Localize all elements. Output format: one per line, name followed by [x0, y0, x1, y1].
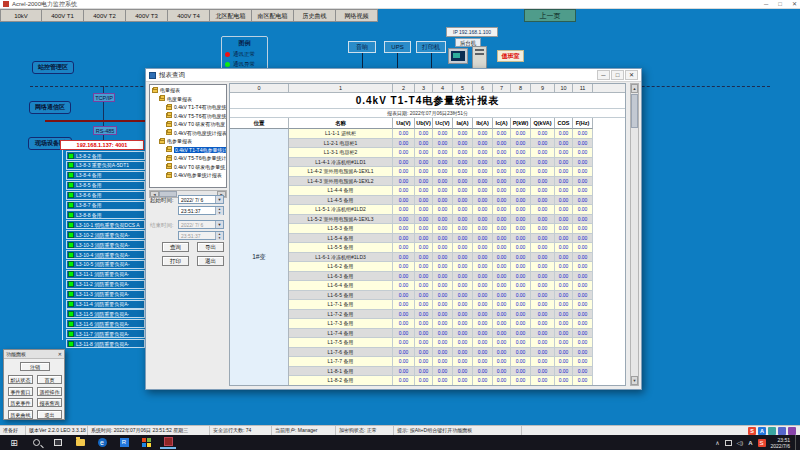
quit-button[interactable]: 退出 — [37, 410, 62, 419]
end-time-value: 23:51:37 — [179, 233, 215, 239]
feeder-row-15[interactable]: L3-11-3 消防重要负荷A- — [66, 290, 145, 299]
report-query-button[interactable]: 报表查询 — [37, 398, 62, 407]
feeder-row-2[interactable]: L3-8-3 重要负荷A-5DT1 — [66, 161, 145, 170]
spin-down-icon[interactable]: ▼ — [216, 211, 223, 215]
feeder-row-6[interactable]: L3-8-7 备用 — [66, 201, 145, 210]
event-window-button[interactable]: 事件窗口 — [8, 387, 33, 396]
window-close-button[interactable]: ✕ — [792, 0, 797, 9]
end-time-spinner[interactable]: 23:51:37 ▲▼ — [178, 231, 224, 240]
default-state-button[interactable]: 默认状态 — [8, 375, 33, 384]
scrollbar-thumb[interactable] — [631, 94, 638, 128]
row-value-cell: 0.00 — [473, 272, 493, 282]
start-icon[interactable]: ⊞ — [6, 436, 22, 449]
history-event-button[interactable]: 历史事件 — [8, 398, 33, 407]
feeder-row-13[interactable]: L3-11-1 消防重要负荷A- — [66, 270, 145, 279]
feeder-row-18[interactable]: L3-11-6 消防重要负荷A- — [66, 319, 145, 328]
tray-sogou-icon[interactable]: S — [758, 439, 766, 447]
row-value-cell: 0.00 — [511, 281, 531, 291]
dialog-close-button[interactable]: ✕ — [625, 70, 638, 80]
edge-icon[interactable]: e — [94, 436, 110, 449]
tree-leaf-1-2[interactable]: 0.4kV T5-T6有功电度统 — [150, 112, 226, 121]
scroll-up-icon[interactable]: ▲ — [631, 84, 638, 93]
row-name-cell: L1-8-2 备用 — [289, 376, 393, 386]
tree-leaf-1-4[interactable]: 0.4kV有功电度统计报表 — [150, 129, 226, 138]
feeder-row-17[interactable]: L3-11-5 消防重要负荷A- — [66, 309, 145, 318]
remote-control-button[interactable]: 遥控操作 — [37, 387, 62, 396]
app-r-icon[interactable]: R — [116, 436, 132, 449]
feeder-row-7[interactable]: L3-8-8 备用 — [66, 210, 145, 219]
dropdown-arrow-icon[interactable]: ▼ — [215, 221, 223, 228]
tree-leaf-1-1[interactable]: 0.4kV T1-T4有功电度统 — [150, 103, 226, 112]
windows-app-icon[interactable] — [138, 436, 154, 449]
tree-leaf-1-3[interactable]: 0.4kV T0 研发有功电度 — [150, 120, 226, 129]
start-time-spinner[interactable]: 23:51:37 ▲▼ — [178, 206, 224, 215]
tab-1[interactable]: 10kV — [0, 9, 42, 22]
tab-9[interactable]: 网络视频 — [336, 9, 378, 22]
tray-speaker-icon[interactable]: ◁) — [737, 439, 744, 446]
ime-tool-icon-1[interactable] — [768, 427, 776, 435]
spin-down-icon[interactable]: ▼ — [216, 236, 223, 240]
feeder-row-19[interactable]: L3-11-7 消防重要负荷A- — [66, 329, 145, 338]
tree-folder-2[interactable]: 电参量报表 — [150, 137, 226, 146]
feeder-row-1[interactable]: L3-8-2 备用 — [66, 151, 145, 160]
feeder-row-4[interactable]: L3-8-5 备用 — [66, 181, 145, 190]
function-panel-titlebar[interactable]: 功能面板 ✕ — [4, 350, 64, 359]
feeder-row-5[interactable]: L3-8-6 备用 — [66, 191, 145, 200]
tab-2[interactable]: 400V T1 — [42, 9, 84, 22]
scada-app-icon[interactable] — [160, 436, 176, 449]
tree-leaf-2-2[interactable]: 0.4kV T5-T6电参量统计 — [150, 154, 226, 163]
feeder-row-3[interactable]: L3-8-4 备用 — [66, 171, 145, 180]
ime-tool-icon-2[interactable] — [778, 427, 786, 435]
tray-ime-icon[interactable]: A — [748, 440, 752, 446]
tab-7[interactable]: 南区配电箱 — [252, 9, 294, 22]
tree-leaf-2-3[interactable]: 0.4kV T0 研发电参量统 — [150, 163, 226, 172]
tab-6[interactable]: 北区配电箱 — [210, 9, 252, 22]
feeder-row-20[interactable]: L3-11-8 消防重要负荷A- — [66, 339, 145, 348]
history-curve-button[interactable]: 历史曲线 — [8, 410, 33, 419]
feeder-row-14[interactable]: L3-11-2 消防重要负荷A- — [66, 280, 145, 289]
export-button[interactable]: 导出 — [197, 242, 224, 252]
tree-root[interactable]: 电量报表 — [150, 86, 226, 95]
start-date-combobox[interactable]: 2022/ 7/ 6 ▼ — [178, 195, 224, 204]
feeder-row-9[interactable]: L3-10-2 消防重要负荷A- — [66, 230, 145, 239]
exit-button[interactable]: 退出 — [197, 256, 224, 266]
dialog-titlebar[interactable]: 报表查询 ─ □ ✕ — [146, 69, 641, 82]
scroll-down-icon[interactable]: ▼ — [631, 376, 638, 385]
dialog-minimize-button[interactable]: ─ — [597, 70, 610, 80]
tab-5[interactable]: 400V T4 — [168, 9, 210, 22]
sogou-input-icon[interactable]: S — [748, 427, 756, 435]
tray-message-icon[interactable] — [725, 440, 732, 446]
search-icon[interactable] — [28, 436, 44, 449]
panel-close-icon[interactable]: ✕ — [58, 351, 62, 357]
tab-8[interactable]: 历史曲线 — [294, 9, 336, 22]
previous-page-button[interactable]: 上一页 — [524, 9, 576, 22]
table-vertical-scrollbar[interactable]: ▲ ▼ — [630, 83, 639, 386]
tab-3[interactable]: 400V T2 — [84, 9, 126, 22]
feeder-row-12[interactable]: L3-10-5 消防重要负荷A- — [66, 260, 145, 269]
tree-leaf-2-4[interactable]: 0.4kV电参量统计报表 — [150, 171, 226, 180]
tab-4[interactable]: 400V T3 — [126, 9, 168, 22]
tree-leaf-2-1[interactable]: 0.4kV T1-T4电参量统计 — [150, 146, 226, 155]
file-explorer-icon[interactable] — [72, 436, 88, 449]
taskbar-clock[interactable]: 23:51 2022/7/6 — [771, 437, 790, 449]
tree-folder-1[interactable]: 电度量报表 — [150, 95, 226, 104]
logout-button[interactable]: 注销 — [20, 362, 50, 371]
feeder-row-8[interactable]: L3-10-1 弱电重要负荷DCS A — [66, 220, 145, 229]
dropdown-arrow-icon[interactable]: ▼ — [215, 196, 223, 203]
tray-chevron-icon[interactable]: ∧ — [715, 439, 719, 446]
row-value-cell: 0.00 — [453, 139, 473, 149]
task-view-icon[interactable] — [50, 436, 66, 449]
ime-mode-icon[interactable]: A — [758, 427, 766, 435]
show-desktop-button[interactable] — [795, 435, 798, 450]
feeder-row-16[interactable]: L3-11-4 消防重要负荷A- — [66, 300, 145, 309]
ime-tool-icon-3[interactable] — [788, 427, 796, 435]
end-date-combobox[interactable]: 2022/ 7/ 6 ▼ — [178, 220, 224, 229]
window-maximize-button[interactable]: □ — [778, 0, 782, 9]
print-button[interactable]: 打印 — [162, 256, 189, 266]
feeder-row-11[interactable]: L3-10-4 消防重要负荷A- — [66, 250, 145, 259]
dialog-maximize-button[interactable]: □ — [611, 70, 624, 80]
feeder-row-10[interactable]: L3-10-3 消防重要负荷A- — [66, 240, 145, 249]
home-button[interactable]: 首页 — [37, 375, 62, 384]
window-minimize-button[interactable]: ─ — [764, 0, 768, 9]
query-button[interactable]: 查询 — [162, 242, 189, 252]
